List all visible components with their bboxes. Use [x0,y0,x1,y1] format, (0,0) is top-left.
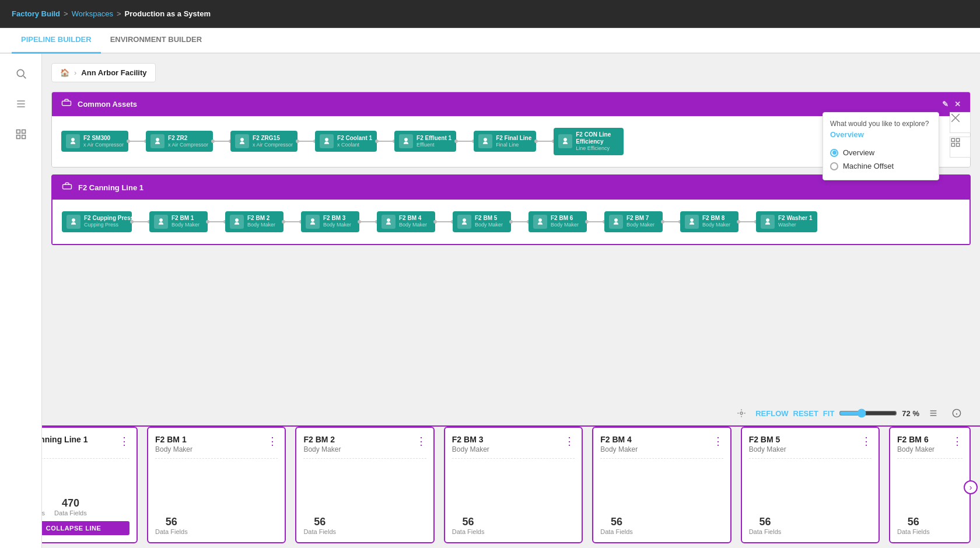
data-fields-value-4: 56 [611,516,622,528]
pipeline-node[interactable]: F2 ZR2x Air Compressor [146,131,213,152]
node-connector [359,221,377,222]
card-divider-bm6 [897,458,963,459]
pipe-icon-common [61,98,72,110]
facility-breadcrumb[interactable]: 🏠 › Ann Arbor Facility [51,63,156,82]
grid-view-btn[interactable] [950,137,971,158]
explore-option-machine-offset[interactable]: Machine Offset [830,159,932,173]
pipeline-node[interactable]: F2 Cupping Press 1Cupping Press [62,211,132,232]
radio-overview [830,149,838,157]
card-stats-bm4: 56 Data Fields [600,516,723,535]
canning-line-title: F2 Canning Line 1 [78,183,144,192]
pipeline-node[interactable]: F2 ZRG15x Air Compressor [230,131,298,152]
node-connector [132,221,149,222]
reflow-button[interactable]: REFLOW [755,409,788,418]
card-bm-4: F2 BM 4 Body Maker ⋮ 56 Data Fields [592,427,731,543]
svg-rect-15 [951,138,954,141]
card-bm-6: F2 BM 6 Body Maker ⋮ 56 Data Fields [889,427,971,543]
card-menu-bm2[interactable]: ⋮ [416,435,426,448]
list-view-btn[interactable] [924,404,943,423]
card-subtitle-bm1: Body Maker [155,445,192,453]
data-fields-stat-1: 56 Data Fields [155,516,188,535]
data-fields-label-3: Data Fields [452,528,485,535]
pipeline-node[interactable]: F2 Coolant 1x Coolant [315,131,377,152]
node-connector [284,221,301,222]
pipeline-node[interactable]: F2 BM 6Body Maker [528,211,587,232]
workspaces-link[interactable]: Workspaces [72,9,113,18]
pipeline-node[interactable]: F2 BM 4Body Maker [377,211,435,232]
card-menu-bm3[interactable]: ⋮ [564,435,575,448]
data-fields-value-0: 470 [62,497,79,509]
pipeline-node[interactable]: F2 CON Line EfficiencyLine Efficiency [554,128,624,155]
app-name[interactable]: Factory Build [12,9,60,18]
node-connector [298,141,315,142]
zoom-slider[interactable] [839,409,897,418]
card-header-bm5: F2 BM 5 Body Maker ⋮ [749,435,872,453]
common-assets-edit[interactable]: ✎ [942,100,949,109]
card-subtitle-bm3: Body Maker [452,445,489,453]
cards-next-btn[interactable]: › [964,480,978,494]
data-fields-value-3: 56 [463,516,474,528]
data-fields-stat-0: 470 Data Fields [54,497,87,516]
common-assets-close[interactable]: ✕ [954,100,961,109]
svg-rect-16 [957,138,960,141]
reset-button[interactable]: RESET [793,409,818,418]
pipeline-node[interactable]: F2 SM300x Air Compressor [61,131,128,152]
card-menu-canning[interactable]: ⋮ [119,435,130,448]
facility-sep: › [74,68,76,77]
pipeline-node[interactable]: F2 Washer 1Washer [756,211,817,232]
card-divider-bm4 [600,458,723,459]
tab-environment-builder[interactable]: ENVIRONMENT BUILDER [101,28,211,54]
svg-rect-6 [62,101,71,106]
info-btn[interactable] [947,404,966,423]
card-divider-bm1 [155,458,278,459]
explore-overview-label: Overview [843,148,874,157]
breadcrumb-sep2: > [117,9,121,18]
node-connector [536,141,554,142]
card-title-bm2: F2 BM 2 [303,435,341,444]
pipeline-node[interactable]: F2 Effluent 1Effluent [394,131,456,152]
sidebar-search-btn[interactable] [8,61,34,86]
card-bm-2: F2 BM 2 Body Maker ⋮ 56 Data Fields [295,427,434,543]
card-subtitle-bm2: Body Maker [303,445,341,453]
pipeline-node[interactable]: F2 BM 1Body Maker [149,211,208,232]
pipeline-node[interactable]: F2 BM 8Body Maker [680,211,738,232]
data-fields-value-2: 56 [314,516,326,528]
card-header-bm3: F2 BM 3 Body Maker ⋮ [452,435,575,453]
data-fields-value-5: 56 [759,516,771,528]
fit-button[interactable]: FIT [823,409,835,418]
card-subtitle-bm4: Body Maker [600,445,638,453]
pipeline-node[interactable]: F2 BM 5Body Maker [453,211,511,232]
card-header-bm6: F2 BM 6 Body Maker ⋮ [897,435,963,453]
node-connector [456,141,474,142]
pipeline-node[interactable]: F2 BM 7Body Maker [604,211,663,232]
explore-title: What would you like to explore? [830,120,932,128]
node-connector [208,221,225,222]
pipeline-node[interactable]: F2 BM 3Body Maker [301,211,359,232]
card-bm-5: F2 BM 5 Body Maker ⋮ 56 Data Fields [741,427,880,543]
svg-line-1 [23,76,26,78]
node-connector [587,221,604,222]
sidebar-grid-btn[interactable] [8,121,34,147]
explore-option-overview[interactable]: Overview [830,146,932,159]
explore-link[interactable]: Overview [830,130,932,139]
tab-pipeline-builder[interactable]: PIPELINE BUILDER [12,28,101,54]
connection-tool-btn[interactable] [950,112,971,133]
data-fields-label-0: Data Fields [54,509,87,516]
card-menu-bm5[interactable]: ⋮ [861,435,872,448]
svg-rect-18 [957,144,960,146]
pipeline-node[interactable]: F2 BM 2Body Maker [225,211,284,232]
pipeline-node[interactable]: F2 Final LineFinal Line [474,131,536,152]
radio-inner-overview [832,151,836,155]
data-fields-value-1: 56 [166,516,177,528]
card-header-bm2: F2 BM 2 Body Maker ⋮ [303,435,426,453]
sidebar-pipeline-btn[interactable] [8,91,34,117]
location-icon [732,404,751,423]
card-menu-bm4[interactable]: ⋮ [713,435,723,448]
data-fields-value-6: 56 [908,516,919,528]
svg-rect-7 [63,184,72,189]
breadcrumb-sep1: > [64,9,68,18]
node-connector [213,141,230,142]
card-menu-bm1[interactable]: ⋮ [267,435,278,448]
svg-rect-17 [951,144,954,146]
card-menu-bm6[interactable]: ⋮ [952,435,963,448]
